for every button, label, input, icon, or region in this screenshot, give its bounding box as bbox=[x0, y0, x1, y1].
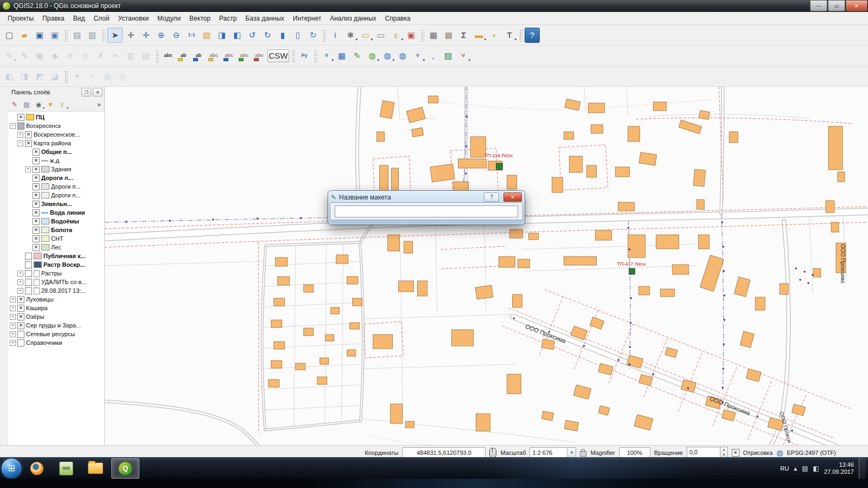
layer-item-18[interactable]: +Растры bbox=[8, 269, 104, 278]
refresh-map-button[interactable]: ↻ bbox=[306, 28, 320, 42]
layer-checkbox[interactable]: ✕ bbox=[17, 114, 24, 121]
layer-checkbox[interactable]: ✕ bbox=[25, 131, 32, 138]
layer-checkbox[interactable]: ✕ bbox=[17, 296, 24, 303]
close-button[interactable]: ✕ bbox=[846, 1, 867, 11]
layer-item-8[interactable]: +✕Дороги п... bbox=[8, 182, 104, 191]
zoom-in-button[interactable]: ⊕ bbox=[154, 28, 168, 42]
layout-name-input[interactable] bbox=[335, 206, 518, 217]
label-tool-5-button[interactable]: abc bbox=[222, 49, 236, 63]
layer-checkbox[interactable]: ✕ bbox=[17, 322, 24, 329]
layer-item-14[interactable]: +✕СНТ bbox=[8, 234, 104, 243]
layer-item-16[interactable]: +Публичная к... bbox=[8, 252, 104, 260]
filter-expression-button[interactable]: ε▾ bbox=[57, 99, 68, 110]
magnifier-value[interactable]: 100% bbox=[619, 447, 650, 458]
mouse-position-icon[interactable] bbox=[489, 448, 496, 458]
layer-item-0[interactable]: +✕ПЦ bbox=[8, 113, 104, 121]
save-layer-edits-button[interactable]: ▣ bbox=[33, 49, 47, 63]
layer-checkbox[interactable]: ✕ bbox=[25, 140, 32, 147]
tree-expander-icon[interactable]: + bbox=[10, 314, 16, 320]
help-button[interactable]: ? bbox=[525, 28, 540, 43]
zoom-out-button[interactable]: ⊖ bbox=[169, 28, 183, 42]
tree-expander-icon[interactable]: + bbox=[17, 279, 23, 285]
layer-checkbox[interactable]: ✕ bbox=[17, 313, 24, 320]
scale-lock-icon[interactable] bbox=[580, 451, 586, 457]
node-tool-button[interactable]: ◇ bbox=[78, 49, 92, 63]
dropdown-arrow-icon[interactable]: ▾ bbox=[43, 106, 44, 110]
layer-checkbox[interactable]: ✕ bbox=[33, 157, 40, 164]
tree-expander-icon[interactable]: + bbox=[17, 132, 23, 138]
layer-checkbox[interactable]: ✕ bbox=[33, 192, 40, 199]
chevron-down-icon[interactable]: ▼ bbox=[567, 448, 576, 458]
show-desktop-button[interactable] bbox=[859, 458, 865, 479]
layer-checkbox[interactable] bbox=[25, 287, 32, 294]
copy-features-button[interactable]: ▥ bbox=[124, 49, 138, 63]
tree-expander-icon[interactable]: − bbox=[17, 140, 23, 146]
menu-item-3[interactable]: Слой bbox=[89, 14, 113, 23]
language-indicator[interactable]: RU bbox=[780, 465, 789, 472]
delete-selected-button[interactable]: ✗ bbox=[93, 49, 107, 63]
layer-checkbox[interactable] bbox=[17, 331, 24, 338]
measure-button[interactable]: ▬▾ bbox=[472, 28, 486, 42]
toolbar-grip[interactable] bbox=[64, 29, 68, 42]
cut-features-button[interactable]: ✂ bbox=[108, 49, 123, 63]
manage-themes-button[interactable]: ◉▾ bbox=[33, 99, 44, 110]
statistics-panel-button[interactable]: Σ bbox=[457, 28, 471, 42]
tree-expander-icon[interactable]: + bbox=[25, 166, 31, 172]
layer-checkbox[interactable]: ✕ bbox=[33, 227, 40, 234]
layer-item-12[interactable]: +✕Водоёмы bbox=[8, 217, 104, 226]
layer-checkbox[interactable]: ✕ bbox=[33, 201, 40, 208]
layer-item-6[interactable]: +✕Здания bbox=[8, 165, 104, 174]
menu-item-5[interactable]: Модули bbox=[153, 14, 185, 23]
vector-points-tool-button[interactable]: V▾ bbox=[411, 49, 425, 63]
csw-search-button[interactable]: CSW bbox=[267, 49, 289, 62]
tray-network-icon[interactable]: ◧ bbox=[813, 465, 819, 472]
label-tool-4-button[interactable]: abc bbox=[207, 49, 221, 63]
layer-checkbox[interactable] bbox=[17, 339, 24, 346]
dropdown-arrow-icon[interactable]: ▾ bbox=[377, 58, 379, 62]
panel-close-button[interactable]: ✕ bbox=[93, 88, 103, 97]
layer-item-26[interactable]: +Справочники bbox=[8, 338, 104, 347]
select-by-expression-button[interactable]: ε▾ bbox=[389, 28, 403, 42]
layer-checkbox[interactable]: ✕ bbox=[17, 305, 24, 312]
feather-style-button[interactable]: ✎ bbox=[350, 49, 364, 63]
new-composer-button[interactable]: ▤ bbox=[70, 28, 84, 42]
toolbar-grip[interactable] bbox=[314, 49, 317, 62]
layer-item-4[interactable]: +✕Общие п... bbox=[8, 147, 104, 156]
move-feature-button[interactable]: ✛ bbox=[63, 49, 77, 63]
dropdown-arrow-icon[interactable]: ▾ bbox=[392, 58, 394, 62]
show-bookmarks-button[interactable]: ▯ bbox=[291, 28, 305, 42]
new-bookmark-button[interactable]: ▮ bbox=[276, 28, 290, 42]
layer-item-1[interactable]: −Воскресенск bbox=[8, 121, 104, 130]
menu-item-10[interactable]: Анализ данных bbox=[326, 14, 380, 23]
layer-item-9[interactable]: +✕Дороги п... bbox=[8, 191, 104, 200]
topology-checker-button[interactable]: V▾ bbox=[320, 49, 334, 63]
coords-value[interactable]: 484831.5,6120793.0 bbox=[402, 447, 486, 458]
open-project-button[interactable]: ▰ bbox=[17, 28, 31, 42]
save-project-button[interactable]: ▣ bbox=[33, 28, 47, 42]
zoom-to-selection-button[interactable]: ◨ bbox=[215, 28, 229, 42]
layer-item-25[interactable]: +Сетевые ресурсы bbox=[8, 330, 104, 338]
tree-expander-icon[interactable]: + bbox=[10, 297, 16, 303]
processing-grid-button[interactable]: ▦ bbox=[335, 49, 349, 63]
pan-map-button[interactable]: ✛ bbox=[124, 28, 138, 42]
toolbar-grip[interactable] bbox=[420, 29, 424, 42]
layer-checkbox[interactable]: ✕ bbox=[33, 183, 40, 190]
dropdown-arrow-icon[interactable]: ▾ bbox=[401, 37, 403, 42]
layer-checkbox[interactable] bbox=[17, 123, 24, 130]
globe-tool-2-button[interactable]: ◍▾ bbox=[380, 49, 394, 63]
touch-zoom-pan-button[interactable]: ➤ bbox=[107, 28, 123, 43]
dropdown-arrow-icon[interactable]: ▾ bbox=[371, 37, 373, 42]
layer-item-5[interactable]: +✕ж.д. bbox=[8, 156, 104, 165]
save-project-as-button[interactable]: ▣ bbox=[48, 28, 62, 42]
taskbar-qgis-button[interactable]: Q bbox=[111, 458, 139, 479]
add-group-button[interactable]: ▤ bbox=[21, 99, 32, 110]
dropdown-arrow-icon[interactable]: ▾ bbox=[331, 58, 334, 62]
toolbar-grip[interactable] bbox=[291, 49, 295, 62]
tree-expander-icon[interactable]: + bbox=[10, 331, 16, 337]
dialog-help-button[interactable]: ? bbox=[484, 192, 499, 202]
label-rotate-button[interactable]: ◨ bbox=[17, 69, 31, 84]
raster-local-1-button[interactable]: ◍ bbox=[100, 69, 114, 84]
text-annotation-button[interactable]: T▾ bbox=[502, 28, 516, 42]
layer-item-15[interactable]: +✕Лес bbox=[8, 243, 104, 252]
tree-expander-icon[interactable]: + bbox=[10, 305, 16, 311]
